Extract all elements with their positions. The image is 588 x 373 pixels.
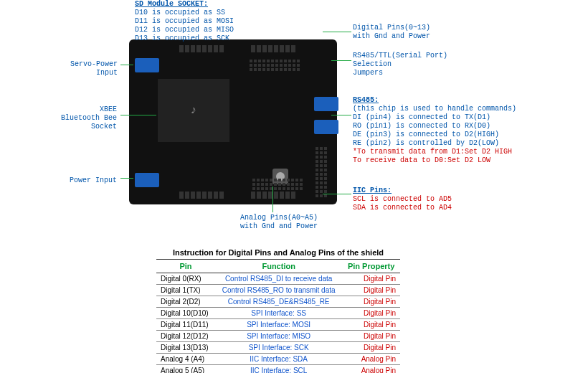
th-function: Function <box>215 260 342 273</box>
table-row: Digital 10(D10)SPI Interface: SSDigital … <box>156 308 400 319</box>
rs485-red-2: To receive data to D0:Set D2 LOW <box>353 156 490 164</box>
table-row: Analog 5 (A5)IIC Interface: SCLAnalog Pi… <box>156 365 400 374</box>
digital-pins-title: Digital Pins(0~13) <box>353 24 430 32</box>
rs485-line-2: DE (pin3) is connected to D2(HIGH) <box>353 131 499 138</box>
analog-pins-title: Analog Pins(A0~A5) <box>240 214 318 222</box>
power-input-terminal <box>135 173 159 187</box>
rs485-note: (this chip is used to handle commands) <box>353 105 516 113</box>
analog-pins-label: Analog Pins(A0~A5) with Gnd and Power <box>240 214 318 231</box>
board-pcb: ♪ <box>129 39 337 204</box>
th-pin: Pin <box>156 260 215 273</box>
servo-power-terminal <box>135 58 159 72</box>
cell-function: SPI Interface: MISO <box>215 331 342 342</box>
table-row: Digital 2(D2)Control RS485_DE&RS485_REDi… <box>156 296 400 308</box>
cell-function: Control RS485_RO to transmit data <box>215 285 342 296</box>
lead-line <box>120 115 156 115</box>
table-row: Digital 12(D12)SPI Interface: MISODigita… <box>156 331 400 342</box>
cell-pin: Analog 5 (A5) <box>156 365 215 374</box>
cell-property: Analog Pin <box>342 354 400 365</box>
table-row: Digital 13(D13)SPI Interface: SCKDigital… <box>156 342 400 354</box>
table-row: Digital 11(D11)SPI Interface: MOSIDigita… <box>156 319 400 331</box>
sd-module-line-0: D10 is occupied as SS <box>135 9 225 16</box>
rs485-ttl-title: RS485/TTL(Serial Port) <box>353 52 447 60</box>
digital-pins-label: Digital Pins(0~13) with Gnd and Power <box>353 24 430 41</box>
cell-pin: Digital 12(D12) <box>156 331 215 342</box>
rs485-line-1: RO (pin1) is connected to RX(D0) <box>353 122 490 130</box>
cell-pin: Digital 0(RX) <box>156 273 215 285</box>
table-header-row: Pin Function Pin Property <box>156 260 400 273</box>
pin-header-top-a <box>179 45 224 52</box>
xbee-logo-icon: ♪ <box>190 104 197 117</box>
pin-header-bottom-b <box>251 192 295 199</box>
cell-property: Digital Pin <box>342 308 400 319</box>
cell-pin: Digital 10(D10) <box>156 308 215 319</box>
cell-property: Digital Pin <box>342 342 400 354</box>
lead-line <box>323 32 351 32</box>
servo-power-label: Servo-PowerInput <box>70 60 118 77</box>
pin-function-table: Pin Function Pin Property Digital 0(RX)C… <box>156 260 400 373</box>
digital-pins-sub: with Gnd and Power <box>353 32 430 40</box>
xbee-label: XBEEBluetooth BeeSocket <box>61 105 117 131</box>
cell-property: Analog Pin <box>342 365 400 374</box>
cell-function: Control RS485_DI to receive data <box>215 273 342 285</box>
xbee-socket: ♪ <box>158 79 229 142</box>
cell-function: SPI Interface: SCK <box>215 342 342 354</box>
rs485-title: RS485: <box>353 96 379 104</box>
cell-property: Digital Pin <box>342 285 400 296</box>
analog-pin-grid <box>252 179 303 190</box>
cell-function: IIC Interface: SCL <box>215 365 342 374</box>
rs485-line-0: DI (pin4) is connected to TX(D1) <box>353 113 490 121</box>
digital-pin-grid <box>250 60 300 71</box>
lead-line <box>120 178 133 179</box>
cell-pin: Digital 2(D2) <box>156 296 215 308</box>
cell-pin: Digital 13(D13) <box>156 342 215 354</box>
iic-title: IIC Pins: <box>353 186 392 194</box>
lead-line <box>120 65 133 65</box>
table-title: Instruction for Digital Pins and Analog … <box>156 246 400 260</box>
table-row: Digital 1(TX)Control RS485_RO to transmi… <box>156 285 400 296</box>
sd-module-line-1: D11 is occupied as MOSI <box>135 17 234 25</box>
cell-function: Control RS485_DE&RS485_RE <box>215 296 342 308</box>
sd-module-line-2: D12 is occupied as MISO <box>135 26 234 34</box>
pin-header-top-b <box>251 45 295 52</box>
rs485-label: RS485: (this chip is used to handle comm… <box>353 96 516 165</box>
rs485-terminal-a <box>314 97 338 111</box>
lead-line <box>331 115 351 115</box>
power-input-title: Power Input <box>70 176 117 184</box>
sd-module-title: SD Module SOCKET: <box>135 0 208 8</box>
th-property: Pin Property <box>342 260 400 273</box>
cell-property: Digital Pin <box>342 296 400 308</box>
cell-property: Digital Pin <box>342 319 400 331</box>
iic-pins-label: IIC Pins: SCL is connected to AD5 SDA is… <box>353 186 452 212</box>
iic-scl: SCL is connected to AD5 <box>353 195 452 203</box>
iic-pin-grid <box>316 147 327 197</box>
cell-function: SPI Interface: SS <box>215 308 342 319</box>
analog-pins-sub: with Gnd and Power <box>240 222 318 230</box>
rs485-ttl-label: RS485/TTL(Serial Port) SelectionJumpers <box>353 52 447 77</box>
lead-line <box>331 60 351 61</box>
rs485-terminal-b <box>314 120 338 134</box>
power-input-label: Power Input <box>70 176 117 185</box>
diagram-container: ♪ SD Module SOCKET: D10 is occupied as S… <box>0 0 588 373</box>
sd-module-label: SD Module SOCKET: D10 is occupied as SS … <box>135 0 234 43</box>
cell-property: Digital Pin <box>342 331 400 342</box>
iic-sda: SDA is connected to AD4 <box>353 204 452 212</box>
pin-header-bottom-a <box>179 192 224 199</box>
cell-pin: Analog 4 (A4) <box>156 354 215 365</box>
lead-line <box>323 194 351 194</box>
lead-line <box>272 186 273 212</box>
cell-pin: Digital 11(D11) <box>156 319 215 331</box>
cell-function: IIC Interface: SDA <box>215 354 342 365</box>
instruction-table: Instruction for Digital Pins and Analog … <box>156 246 400 373</box>
rs485-line-3: RE (pin2) is controlled by D2(LOW) <box>353 139 499 147</box>
table-row: Analog 4 (A4)IIC Interface: SDAAnalog Pi… <box>156 354 400 365</box>
cell-function: SPI Interface: MOSI <box>215 319 342 331</box>
rs485-red-1: *To transmit data from D1:Set D2 HIGH <box>353 148 512 156</box>
cell-pin: Digital 1(TX) <box>156 285 215 296</box>
cell-property: Digital Pin <box>342 273 400 285</box>
sd-module-line-3: D13 is occupied as SCK <box>135 34 229 42</box>
table-row: Digital 0(RX)Control RS485_DI to receive… <box>156 273 400 285</box>
